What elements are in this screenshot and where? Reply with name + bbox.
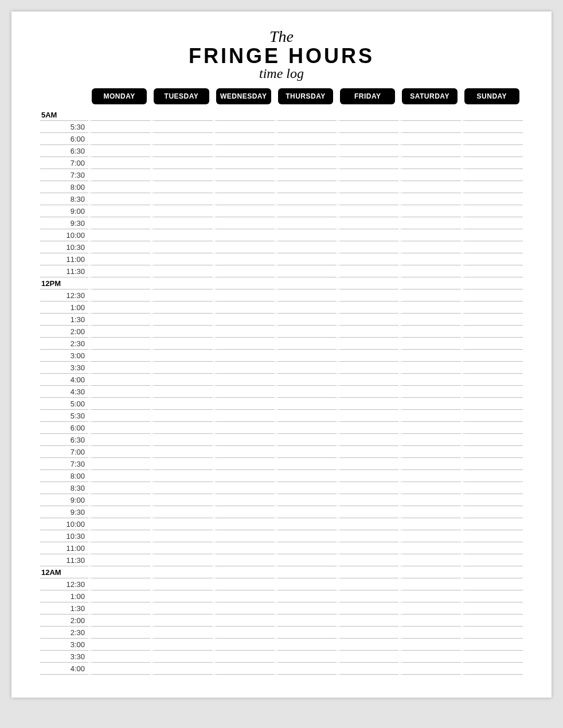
- log-cell[interactable]: [88, 314, 150, 326]
- log-cell[interactable]: [213, 458, 275, 470]
- log-cell[interactable]: [88, 446, 150, 458]
- log-cell[interactable]: [461, 639, 523, 651]
- log-cell[interactable]: [150, 482, 212, 494]
- log-cell[interactable]: [213, 398, 275, 410]
- log-cell[interactable]: [88, 663, 150, 675]
- log-cell[interactable]: [337, 302, 398, 314]
- log-cell[interactable]: [213, 241, 275, 253]
- log-cell[interactable]: [275, 627, 337, 639]
- log-cell[interactable]: [150, 121, 212, 133]
- log-cell[interactable]: [461, 386, 523, 398]
- log-cell[interactable]: [398, 651, 460, 663]
- log-cell[interactable]: [337, 193, 398, 205]
- log-cell[interactable]: [337, 422, 398, 434]
- log-cell[interactable]: [337, 169, 398, 181]
- log-cell[interactable]: [275, 241, 337, 253]
- log-cell[interactable]: [337, 277, 398, 289]
- log-cell[interactable]: [398, 458, 460, 470]
- log-cell[interactable]: [275, 265, 337, 277]
- log-cell[interactable]: [150, 554, 212, 566]
- log-cell[interactable]: [275, 639, 337, 651]
- log-cell[interactable]: [213, 338, 275, 350]
- log-cell[interactable]: [398, 338, 460, 350]
- log-cell[interactable]: [150, 386, 212, 398]
- log-cell[interactable]: [88, 566, 150, 578]
- log-cell[interactable]: [150, 302, 212, 314]
- log-cell[interactable]: [213, 578, 275, 590]
- log-cell[interactable]: [275, 157, 337, 169]
- log-cell[interactable]: [337, 530, 398, 542]
- log-cell[interactable]: [461, 602, 523, 615]
- log-cell[interactable]: [275, 663, 337, 675]
- log-cell[interactable]: [88, 302, 150, 314]
- log-cell[interactable]: [398, 627, 460, 639]
- log-cell[interactable]: [88, 109, 150, 121]
- log-cell[interactable]: [461, 302, 523, 314]
- log-cell[interactable]: [398, 277, 460, 289]
- log-cell[interactable]: [213, 434, 275, 446]
- log-cell[interactable]: [150, 157, 212, 169]
- log-cell[interactable]: [213, 602, 275, 615]
- log-cell[interactable]: [275, 229, 337, 241]
- log-cell[interactable]: [337, 542, 398, 554]
- log-cell[interactable]: [398, 205, 460, 217]
- log-cell[interactable]: [461, 374, 523, 386]
- log-cell[interactable]: [88, 639, 150, 651]
- log-cell[interactable]: [213, 265, 275, 277]
- log-cell[interactable]: [337, 229, 398, 241]
- log-cell[interactable]: [461, 590, 523, 602]
- log-cell[interactable]: [213, 566, 275, 578]
- log-cell[interactable]: [275, 566, 337, 578]
- log-cell[interactable]: [275, 590, 337, 602]
- log-cell[interactable]: [337, 663, 398, 675]
- log-cell[interactable]: [275, 434, 337, 446]
- log-cell[interactable]: [461, 470, 523, 482]
- log-cell[interactable]: [398, 398, 460, 410]
- log-cell[interactable]: [461, 410, 523, 422]
- log-cell[interactable]: [398, 133, 460, 145]
- log-cell[interactable]: [88, 494, 150, 506]
- log-cell[interactable]: [88, 265, 150, 277]
- log-cell[interactable]: [461, 241, 523, 253]
- log-cell[interactable]: [398, 314, 460, 326]
- log-cell[interactable]: [213, 302, 275, 314]
- log-cell[interactable]: [398, 109, 460, 121]
- log-cell[interactable]: [398, 302, 460, 314]
- log-cell[interactable]: [337, 326, 398, 338]
- log-cell[interactable]: [337, 289, 398, 302]
- log-cell[interactable]: [88, 229, 150, 241]
- log-cell[interactable]: [275, 602, 337, 615]
- log-cell[interactable]: [461, 205, 523, 217]
- log-cell[interactable]: [275, 350, 337, 362]
- log-cell[interactable]: [337, 566, 398, 578]
- log-cell[interactable]: [150, 362, 212, 374]
- log-cell[interactable]: [88, 217, 150, 229]
- log-cell[interactable]: [461, 109, 523, 121]
- log-cell[interactable]: [398, 253, 460, 265]
- log-cell[interactable]: [150, 169, 212, 181]
- log-cell[interactable]: [275, 494, 337, 506]
- log-cell[interactable]: [461, 145, 523, 157]
- log-cell[interactable]: [150, 651, 212, 663]
- log-cell[interactable]: [88, 434, 150, 446]
- log-cell[interactable]: [275, 205, 337, 217]
- log-cell[interactable]: [150, 193, 212, 205]
- log-cell[interactable]: [213, 422, 275, 434]
- log-cell[interactable]: [398, 289, 460, 302]
- log-cell[interactable]: [398, 157, 460, 169]
- log-cell[interactable]: [150, 181, 212, 193]
- log-cell[interactable]: [150, 542, 212, 554]
- log-cell[interactable]: [337, 350, 398, 362]
- log-cell[interactable]: [461, 289, 523, 302]
- log-cell[interactable]: [213, 157, 275, 169]
- log-cell[interactable]: [150, 253, 212, 265]
- log-cell[interactable]: [275, 109, 337, 121]
- log-cell[interactable]: [88, 326, 150, 338]
- log-cell[interactable]: [461, 326, 523, 338]
- log-cell[interactable]: [150, 446, 212, 458]
- log-cell[interactable]: [461, 458, 523, 470]
- log-cell[interactable]: [150, 494, 212, 506]
- log-cell[interactable]: [398, 386, 460, 398]
- log-cell[interactable]: [275, 145, 337, 157]
- log-cell[interactable]: [213, 193, 275, 205]
